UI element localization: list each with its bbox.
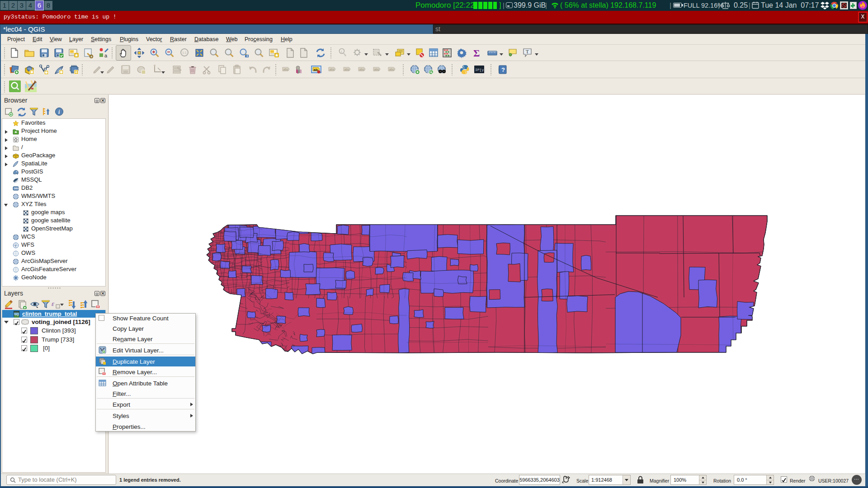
svg-text:T: T — [526, 49, 529, 54]
svg-text:V: V — [14, 244, 17, 247]
svg-text:1:1: 1:1 — [182, 51, 187, 54]
svg-text:i: i — [341, 49, 342, 54]
svg-text:ab: ab — [314, 68, 318, 72]
svg-text:a: a — [104, 53, 108, 58]
svg-text:IP[y]: IP[y] — [475, 68, 486, 72]
svg-text:abc: abc — [389, 67, 395, 71]
svg-text:?: ? — [501, 66, 505, 73]
svg-text:abc: abc — [359, 67, 365, 71]
svg-text:DB2: DB2 — [14, 187, 19, 190]
svg-text:Σ: Σ — [473, 47, 480, 58]
svg-text:ε: ε — [52, 300, 54, 307]
svg-text:abc: abc — [344, 67, 350, 71]
svg-text:abc: abc — [330, 67, 335, 71]
svg-text:abc: abc — [374, 67, 380, 71]
svg-text:abc: abc — [283, 67, 289, 71]
